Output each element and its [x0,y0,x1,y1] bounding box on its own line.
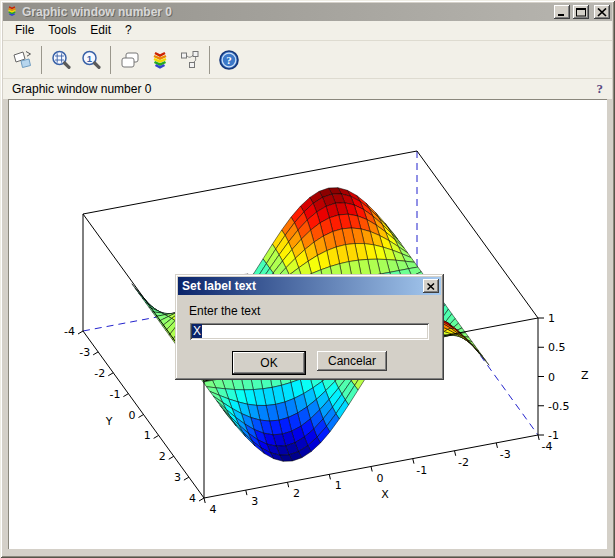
svg-text:-3: -3 [500,448,511,461]
svg-text:2: 2 [293,487,300,500]
figure-dialogs-icon[interactable] [115,45,145,75]
svg-text:-2: -2 [94,367,105,380]
svg-text:0: 0 [377,472,384,485]
svg-text:0: 0 [548,371,555,384]
svg-text:3: 3 [174,471,181,484]
toolbar-separator [41,46,42,74]
svg-text:4: 4 [210,503,217,516]
svg-text:0.5: 0.5 [548,341,566,354]
svg-text:1: 1 [87,52,93,63]
menu-help[interactable]: ? [118,21,139,40]
svg-text:2: 2 [159,450,166,463]
selected-text: X [192,324,202,338]
label-text-input[interactable]: X [190,323,429,340]
menu-file[interactable]: File [8,21,41,40]
maximize-button[interactable] [573,5,589,19]
entity-picker-icon[interactable] [175,45,205,75]
dialog-title: Set label text [182,279,423,293]
minimize-button[interactable] [554,5,570,19]
scilab-window-icon [5,4,19,21]
svg-text:-2: -2 [458,456,469,469]
dialog-titlebar[interactable]: Set label text [178,277,441,295]
dialog-close-icon[interactable] [423,279,439,293]
toolbar-separator [209,46,210,74]
svg-text:3: 3 [251,495,258,508]
info-help-mark: ? [597,81,604,97]
svg-text:Y: Y [105,415,113,428]
svg-text:1: 1 [335,479,342,492]
svg-text:Z: Z [581,369,589,382]
dialog-prompt: Enter the text [189,304,441,318]
menu-bar: File Tools Edit ? [3,21,612,41]
menu-edit[interactable]: Edit [83,21,118,40]
rotate-icon[interactable] [7,45,37,75]
svg-text:1: 1 [548,312,555,325]
svg-text:-0.5: -0.5 [548,400,569,413]
help-icon[interactable]: ? [214,45,244,75]
scilab-icon[interactable] [145,45,175,75]
close-button[interactable] [594,5,610,19]
svg-text:4: 4 [189,492,196,505]
svg-text:0: 0 [129,409,136,422]
svg-text:1: 1 [144,429,151,442]
info-bar: Graphic window number 0 ? [3,79,612,99]
toolbar: 1 [3,41,612,79]
cancel-button[interactable]: Cancelar [317,351,387,371]
svg-text:-1: -1 [548,429,559,442]
unzoom-icon[interactable]: 1 [76,45,106,75]
window-titlebar[interactable]: Graphic window number 0 [3,3,612,21]
svg-text:-3: -3 [79,346,90,359]
window-title: Graphic window number 0 [22,5,551,19]
svg-text:-4: -4 [64,325,75,338]
zoom-area-icon[interactable] [46,45,76,75]
toolbar-separator [110,46,111,74]
svg-text:-1: -1 [416,464,427,477]
ok-button[interactable]: OK [232,351,306,375]
svg-text:?: ? [226,54,232,66]
info-text: Graphic window number 0 [12,82,597,96]
svg-text:X: X [381,488,389,501]
menu-tools[interactable]: Tools [41,21,83,40]
dialog-buttons: OK Cancelar [178,351,441,375]
svg-text:-1: -1 [109,388,120,401]
set-label-dialog: Set label text Enter the text X OK Cance… [175,274,444,380]
